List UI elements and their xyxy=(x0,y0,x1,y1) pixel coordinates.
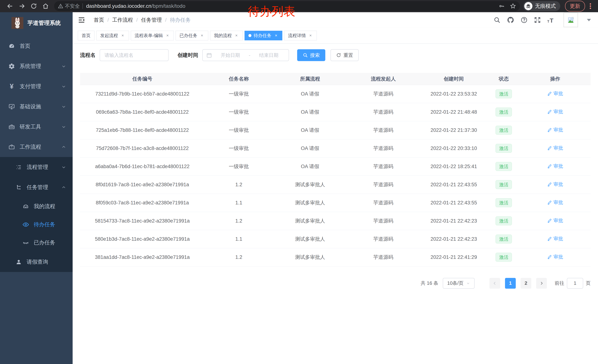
goto-page-input[interactable] xyxy=(567,278,583,289)
sidebar-item-process-management[interactable]: 流程管理 xyxy=(0,157,73,177)
sidebar-item-label: 任务管理 xyxy=(27,184,48,191)
sidebar-item-label: 首页 xyxy=(20,42,30,50)
next-page-button[interactable] xyxy=(536,278,547,289)
eye-open-icon xyxy=(22,221,29,228)
github-icon[interactable] xyxy=(507,16,514,24)
chevron-down-icon xyxy=(61,105,66,109)
date-range-picker[interactable]: 开始日期 - 结束日期 xyxy=(202,49,289,61)
approve-link[interactable]: 审批 xyxy=(547,235,563,242)
close-icon[interactable] xyxy=(120,33,125,38)
browser-back-button[interactable] xyxy=(5,1,15,11)
browser-reload-button[interactable] xyxy=(29,1,39,11)
incognito-icon xyxy=(524,2,532,10)
browser-forward-button[interactable] xyxy=(17,1,27,11)
reload-icon xyxy=(30,3,37,9)
page-button-2[interactable]: 2 xyxy=(521,278,531,289)
close-icon[interactable] xyxy=(234,33,239,38)
edit-pen-icon xyxy=(547,255,552,259)
process-name-input[interactable] xyxy=(100,49,169,61)
avatar-caret-icon[interactable] xyxy=(587,19,591,21)
list-icon xyxy=(15,164,22,171)
col-status: 状态 xyxy=(488,73,520,85)
sidebar-item-workflow[interactable]: 工作流程 xyxy=(0,137,73,157)
sidebar-item-system[interactable]: 系统管理 xyxy=(0,56,73,76)
goto-label: 前往 xyxy=(555,280,564,286)
approve-link[interactable]: 审批 xyxy=(547,217,563,224)
status-badge: 激活 xyxy=(496,126,512,135)
tab-my-process[interactable]: 我的流程 xyxy=(210,31,243,40)
help-icon[interactable] xyxy=(521,16,528,24)
sidebar-item-label: 基础设施 xyxy=(20,103,41,110)
sidebar-collapse-button[interactable] xyxy=(78,16,85,24)
page-header: 首页 / 工作流程 / 任务管理 / 待办任务 TT xyxy=(73,12,598,28)
password-key-icon[interactable] xyxy=(499,3,505,9)
app-logo[interactable]: 芋道管理系统 xyxy=(11,17,73,29)
font-size-icon[interactable]: TT xyxy=(547,16,555,24)
tab-process-form-edit[interactable]: 流程表单-编辑 xyxy=(131,31,174,40)
close-icon[interactable] xyxy=(308,33,313,38)
chevron-left-icon xyxy=(493,281,497,285)
sidebar-item-label: 系统管理 xyxy=(20,63,41,70)
chevron-down-icon xyxy=(61,64,66,68)
date-separator: - xyxy=(249,52,250,58)
chevron-up-icon xyxy=(61,185,66,190)
sidebar-item-my-process[interactable]: 我的流程 xyxy=(0,197,73,216)
sidebar-item-leave-query[interactable]: 请假查询 xyxy=(0,252,73,272)
browser-home-button[interactable] xyxy=(40,1,51,11)
breadcrumb-separator: / xyxy=(165,17,167,23)
browser-menu-button[interactable] xyxy=(588,2,593,10)
table-row: 580e1b3d-7ac8-11ec-a9e2-a2380e71991a1.1测… xyxy=(80,230,590,248)
hamburger-icon xyxy=(78,16,85,24)
search-button[interactable]: 搜索 xyxy=(297,49,325,61)
avatar[interactable] xyxy=(564,13,578,27)
close-icon[interactable] xyxy=(274,33,278,38)
approve-link[interactable]: 审批 xyxy=(547,199,563,206)
breadcrumb-home[interactable]: 首页 xyxy=(94,16,104,24)
fullscreen-icon[interactable] xyxy=(534,16,541,24)
sidebar-item-infrastructure[interactable]: 基础设施 xyxy=(0,97,73,117)
breadcrumb-workflow[interactable]: 工作流程 xyxy=(112,16,133,24)
sidebar-item-payment[interactable]: ¥ 支付管理 xyxy=(0,76,73,97)
table-row: 069c6a63-7b8a-11ec-8ef0-acde48001122一级审批… xyxy=(80,103,590,121)
approve-link[interactable]: 审批 xyxy=(547,254,563,260)
approve-link[interactable]: 审批 xyxy=(547,90,563,97)
sidebar-item-task-management[interactable]: 任务管理 xyxy=(0,177,73,197)
briefcase-icon xyxy=(8,144,15,151)
approve-link[interactable]: 审批 xyxy=(547,108,563,115)
breadcrumb-task-management[interactable]: 任务管理 xyxy=(141,16,162,24)
robot-icon xyxy=(22,203,29,210)
security-warning-label[interactable]: 不安全 xyxy=(65,3,80,9)
browser-update-button[interactable]: 更新 xyxy=(565,1,585,11)
process-name-label: 流程名 xyxy=(80,52,96,59)
sidebar-item-done-tasks[interactable]: 已办任务 xyxy=(0,234,73,252)
prev-page-button[interactable] xyxy=(490,278,500,289)
tab-start-process[interactable]: 发起流程 xyxy=(96,31,129,40)
bookmark-star-icon[interactable] xyxy=(510,3,516,9)
close-icon[interactable] xyxy=(199,33,204,38)
close-icon[interactable] xyxy=(165,33,170,38)
tab-home[interactable]: 首页 xyxy=(78,31,94,40)
edit-pen-icon xyxy=(547,200,552,205)
arrow-left-icon xyxy=(7,3,13,9)
table-row: 8f059c03-7ac8-11ec-a9e2-a2380e71991a1.1测… xyxy=(80,194,590,212)
approve-link[interactable]: 审批 xyxy=(547,163,563,170)
page-button-1[interactable]: 1 xyxy=(505,278,516,289)
col-starter: 流程发起人 xyxy=(347,73,419,85)
sidebar-item-todo-tasks[interactable]: 待办任务 xyxy=(0,216,73,234)
status-badge: 激活 xyxy=(496,162,512,171)
reset-button[interactable]: 重置 xyxy=(331,49,359,61)
status-badge: 激活 xyxy=(496,180,512,189)
tab-done-tasks[interactable]: 已办任务 xyxy=(176,31,208,40)
tab-process-detail[interactable]: 流程详情 xyxy=(284,31,317,40)
approve-link[interactable]: 审批 xyxy=(547,181,563,187)
sidebar-item-dev-tools[interactable]: 研发工具 xyxy=(0,117,73,137)
edit-pen-icon xyxy=(547,164,552,169)
approve-link[interactable]: 审批 xyxy=(547,145,563,151)
workflow-submenu: 流程管理 任务管理 我的流程 待办任务 已办 xyxy=(0,157,73,272)
sidebar-item-home[interactable]: 首页 xyxy=(0,36,73,56)
address-bar[interactable]: 不安全 dashboard.yudao.iocoder.cn /bpm/task… xyxy=(54,1,520,11)
page-size-select[interactable]: 10条/页 xyxy=(443,278,475,289)
approve-link[interactable]: 审批 xyxy=(547,127,563,133)
search-icon[interactable] xyxy=(493,16,500,24)
tab-todo-tasks[interactable]: 待办任务 xyxy=(245,31,282,40)
